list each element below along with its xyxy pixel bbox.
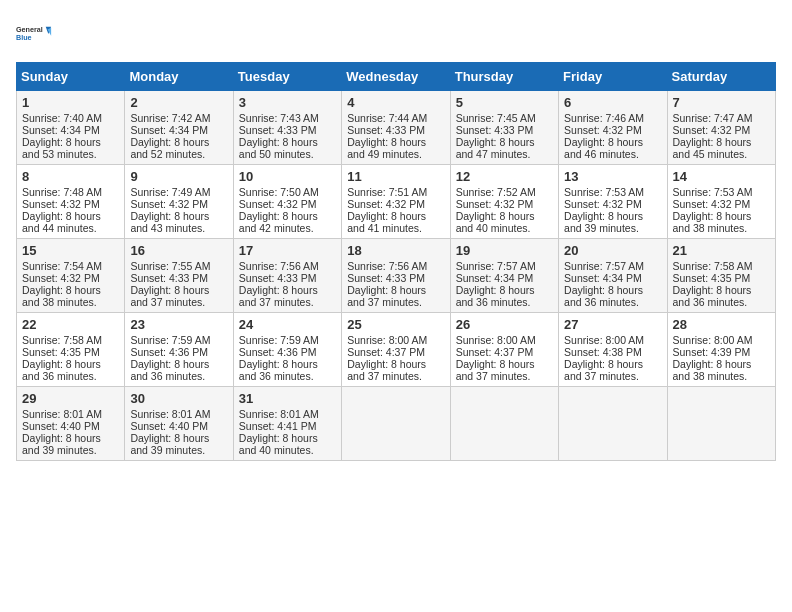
day-number: 15 — [22, 243, 119, 258]
day-number: 21 — [673, 243, 770, 258]
day-info: Daylight: 8 hours — [564, 358, 661, 370]
calendar-cell: 7Sunrise: 7:47 AMSunset: 4:32 PMDaylight… — [667, 91, 775, 165]
day-info: Sunrise: 7:58 AM — [22, 334, 119, 346]
day-number: 16 — [130, 243, 227, 258]
calendar-cell: 21Sunrise: 7:58 AMSunset: 4:35 PMDayligh… — [667, 239, 775, 313]
calendar-cell: 9Sunrise: 7:49 AMSunset: 4:32 PMDaylight… — [125, 165, 233, 239]
day-info: and 37 minutes. — [130, 296, 227, 308]
day-info: and 36 minutes. — [239, 370, 336, 382]
day-info: Sunrise: 8:01 AM — [239, 408, 336, 420]
day-number: 18 — [347, 243, 444, 258]
weekday-header-wednesday: Wednesday — [342, 63, 450, 91]
day-number: 12 — [456, 169, 553, 184]
day-number: 11 — [347, 169, 444, 184]
day-info: Sunrise: 7:50 AM — [239, 186, 336, 198]
day-info: Sunrise: 7:59 AM — [239, 334, 336, 346]
calendar-cell: 19Sunrise: 7:57 AMSunset: 4:34 PMDayligh… — [450, 239, 558, 313]
day-info: Sunset: 4:40 PM — [22, 420, 119, 432]
day-info: Daylight: 8 hours — [673, 136, 770, 148]
weekday-header-thursday: Thursday — [450, 63, 558, 91]
day-number: 7 — [673, 95, 770, 110]
day-info: Sunrise: 7:56 AM — [239, 260, 336, 272]
calendar-cell: 27Sunrise: 8:00 AMSunset: 4:38 PMDayligh… — [559, 313, 667, 387]
day-info: Daylight: 8 hours — [673, 358, 770, 370]
day-number: 26 — [456, 317, 553, 332]
day-info: Daylight: 8 hours — [564, 210, 661, 222]
logo-icon: GeneralBlue — [16, 16, 52, 52]
day-info: Sunrise: 7:57 AM — [564, 260, 661, 272]
day-info: Daylight: 8 hours — [347, 284, 444, 296]
day-info: Sunrise: 7:53 AM — [564, 186, 661, 198]
day-info: Sunset: 4:37 PM — [347, 346, 444, 358]
calendar-cell: 14Sunrise: 7:53 AMSunset: 4:32 PMDayligh… — [667, 165, 775, 239]
day-info: Sunset: 4:36 PM — [130, 346, 227, 358]
day-info: Daylight: 8 hours — [564, 284, 661, 296]
day-info: Sunset: 4:35 PM — [673, 272, 770, 284]
day-info: Sunset: 4:33 PM — [456, 124, 553, 136]
day-info: Sunset: 4:34 PM — [564, 272, 661, 284]
day-info: and 44 minutes. — [22, 222, 119, 234]
day-info: Sunset: 4:32 PM — [239, 198, 336, 210]
day-info: and 36 minutes. — [22, 370, 119, 382]
day-info: and 45 minutes. — [673, 148, 770, 160]
calendar-cell: 8Sunrise: 7:48 AMSunset: 4:32 PMDaylight… — [17, 165, 125, 239]
day-info: and 43 minutes. — [130, 222, 227, 234]
day-info: Sunrise: 7:43 AM — [239, 112, 336, 124]
day-info: and 36 minutes. — [456, 296, 553, 308]
weekday-header-monday: Monday — [125, 63, 233, 91]
day-info: and 39 minutes. — [564, 222, 661, 234]
day-number: 6 — [564, 95, 661, 110]
day-info: Sunrise: 7:54 AM — [22, 260, 119, 272]
day-number: 22 — [22, 317, 119, 332]
day-number: 30 — [130, 391, 227, 406]
day-info: Daylight: 8 hours — [22, 432, 119, 444]
day-info: Daylight: 8 hours — [239, 432, 336, 444]
day-info: Sunset: 4:32 PM — [22, 198, 119, 210]
day-info: Daylight: 8 hours — [456, 284, 553, 296]
day-info: Daylight: 8 hours — [239, 210, 336, 222]
day-info: and 50 minutes. — [239, 148, 336, 160]
day-number: 27 — [564, 317, 661, 332]
day-info: and 46 minutes. — [564, 148, 661, 160]
day-info: and 39 minutes. — [130, 444, 227, 456]
day-info: and 49 minutes. — [347, 148, 444, 160]
day-number: 25 — [347, 317, 444, 332]
day-info: Daylight: 8 hours — [130, 136, 227, 148]
day-number: 19 — [456, 243, 553, 258]
day-info: Sunset: 4:32 PM — [22, 272, 119, 284]
page-header: GeneralBlue — [16, 16, 776, 52]
day-info: Daylight: 8 hours — [130, 210, 227, 222]
day-number: 20 — [564, 243, 661, 258]
day-info: Daylight: 8 hours — [673, 210, 770, 222]
day-info: Sunset: 4:35 PM — [22, 346, 119, 358]
calendar-cell: 15Sunrise: 7:54 AMSunset: 4:32 PMDayligh… — [17, 239, 125, 313]
day-info: Sunrise: 7:56 AM — [347, 260, 444, 272]
day-info: and 36 minutes. — [564, 296, 661, 308]
calendar-cell: 24Sunrise: 7:59 AMSunset: 4:36 PMDayligh… — [233, 313, 341, 387]
day-info: Sunrise: 7:48 AM — [22, 186, 119, 198]
day-number: 13 — [564, 169, 661, 184]
day-info: and 37 minutes. — [564, 370, 661, 382]
calendar-cell — [667, 387, 775, 461]
svg-text:General: General — [16, 25, 43, 34]
day-number: 2 — [130, 95, 227, 110]
day-info: Daylight: 8 hours — [239, 136, 336, 148]
calendar-cell — [342, 387, 450, 461]
day-info: Sunrise: 8:00 AM — [673, 334, 770, 346]
day-info: Sunset: 4:32 PM — [456, 198, 553, 210]
day-info: Sunset: 4:32 PM — [673, 124, 770, 136]
day-info: Sunset: 4:33 PM — [130, 272, 227, 284]
day-number: 17 — [239, 243, 336, 258]
day-info: Sunset: 4:36 PM — [239, 346, 336, 358]
day-info: Sunrise: 7:45 AM — [456, 112, 553, 124]
day-info: and 41 minutes. — [347, 222, 444, 234]
weekday-header-tuesday: Tuesday — [233, 63, 341, 91]
day-info: and 37 minutes. — [456, 370, 553, 382]
day-number: 10 — [239, 169, 336, 184]
day-number: 1 — [22, 95, 119, 110]
day-info: Daylight: 8 hours — [347, 358, 444, 370]
day-info: and 36 minutes. — [673, 296, 770, 308]
day-info: Sunset: 4:32 PM — [564, 124, 661, 136]
day-info: and 39 minutes. — [22, 444, 119, 456]
day-info: Sunrise: 7:46 AM — [564, 112, 661, 124]
